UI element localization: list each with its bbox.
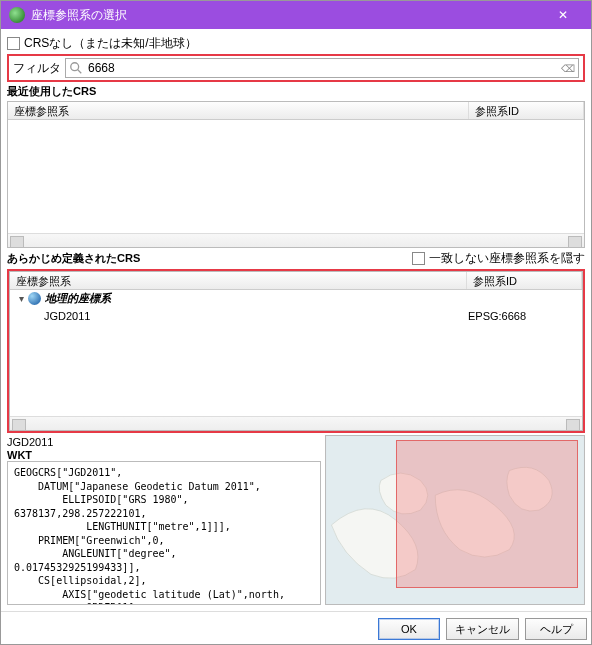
- filter-label: フィルタ: [13, 60, 61, 77]
- svg-point-0: [71, 63, 79, 71]
- detail-area: JGD2011 WKT GEOGCRS["JGD2011", DATUM["Ja…: [7, 435, 585, 605]
- close-button[interactable]: ✕: [543, 1, 583, 29]
- recent-body[interactable]: [8, 120, 584, 233]
- no-crs-checkbox[interactable]: [7, 37, 20, 50]
- titlebar: 座標参照系の選択 ✕: [1, 1, 591, 29]
- wkt-label: WKT: [7, 449, 321, 461]
- predefined-section-label: あらかじめ定義されたCRS: [7, 251, 140, 266]
- predefined-highlight: 座標参照系 参照系ID ▾ 地理的座標系 JGD2011 EPSG:6668: [7, 269, 585, 433]
- predefined-header-row: あらかじめ定義されたCRS 一致しない座標参照系を隠す: [7, 250, 585, 267]
- recent-header: 座標参照系 参照系ID: [8, 102, 584, 120]
- filter-row: フィルタ ⌫: [7, 54, 585, 82]
- wkt-text[interactable]: GEOGCRS["JGD2011", DATUM["Japanese Geode…: [7, 461, 321, 605]
- no-crs-label: CRSなし（または未知/非地球）: [24, 35, 197, 52]
- wkt-pane: JGD2011 WKT GEOGCRS["JGD2011", DATUM["Ja…: [7, 435, 321, 605]
- recent-section-label: 最近使用したCRS: [7, 84, 585, 99]
- tree-category-label: 地理的座標系: [45, 291, 468, 306]
- selected-crs-name: JGD2011: [7, 435, 321, 449]
- recent-col-id[interactable]: 参照系ID: [469, 102, 584, 119]
- predefined-col-id[interactable]: 参照系ID: [467, 272, 582, 289]
- tree-item-name: JGD2011: [44, 310, 468, 322]
- cancel-button[interactable]: キャンセル: [446, 618, 519, 640]
- crs-selector-window: 座標参照系の選択 ✕ CRSなし（または未知/非地球） フィルタ ⌫ 最近使用し…: [0, 0, 592, 645]
- recent-col-name[interactable]: 座標参照系: [8, 102, 469, 119]
- no-crs-row: CRSなし（または未知/非地球）: [7, 35, 585, 52]
- filter-input-wrap: ⌫: [65, 58, 579, 78]
- ok-button[interactable]: OK: [378, 618, 440, 640]
- predefined-hscroll[interactable]: [10, 416, 582, 430]
- recent-hscroll[interactable]: [8, 233, 584, 247]
- extent-map[interactable]: [325, 435, 585, 605]
- search-icon: [69, 61, 83, 75]
- svg-line-1: [78, 70, 82, 74]
- predefined-crs-pane: 座標参照系 参照系ID ▾ 地理的座標系 JGD2011 EPSG:6668: [9, 271, 583, 431]
- button-bar: OK キャンセル ヘルプ: [1, 611, 591, 644]
- predefined-header: 座標参照系 参照系ID: [10, 272, 582, 290]
- tree-item-id: EPSG:6668: [468, 310, 578, 322]
- help-button[interactable]: ヘルプ: [525, 618, 587, 640]
- globe-icon: [28, 292, 41, 305]
- hide-unmatched-checkbox[interactable]: [412, 252, 425, 265]
- crs-extent-box: [396, 440, 578, 588]
- predefined-col-name[interactable]: 座標参照系: [10, 272, 467, 289]
- tree-item-row[interactable]: JGD2011 EPSG:6668: [10, 307, 582, 324]
- hide-unmatched-label: 一致しない座標参照系を隠す: [429, 250, 585, 267]
- predefined-body[interactable]: ▾ 地理的座標系 JGD2011 EPSG:6668: [10, 290, 582, 416]
- clear-filter-button[interactable]: ⌫: [561, 61, 575, 75]
- tree-category-row[interactable]: ▾ 地理的座標系: [10, 290, 582, 307]
- recent-crs-pane: 座標参照系 参照系ID: [7, 101, 585, 248]
- hide-unmatched-row: 一致しない座標参照系を隠す: [412, 250, 585, 267]
- content-area: CRSなし（または未知/非地球） フィルタ ⌫ 最近使用したCRS 座標参照系 …: [1, 29, 591, 611]
- tree-collapse-icon[interactable]: ▾: [14, 293, 28, 304]
- window-title: 座標参照系の選択: [31, 7, 543, 24]
- app-icon: [9, 7, 25, 23]
- filter-input[interactable]: [65, 58, 579, 78]
